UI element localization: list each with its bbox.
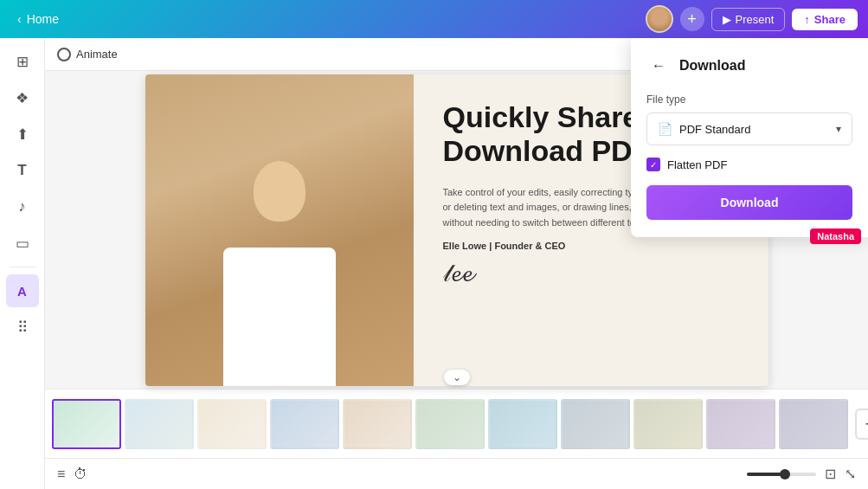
thumbnail-11[interactable] [779,399,848,449]
share-button[interactable]: ↑ Share [792,9,858,30]
sidebar-divider [10,267,35,267]
topbar-right: + ▶ Present ↑ Share [646,5,858,33]
avatar[interactable] [646,5,673,33]
thumbnail-strip: + [45,389,868,458]
animate-label: Animate [76,48,118,61]
flatten-checkbox[interactable]: ✓ [646,158,660,171]
flatten-label: Flatten PDF [667,158,727,171]
zoom-thumb [780,469,790,479]
chevron-down-icon: ⌄ [453,371,461,383]
thumbnail-6[interactable] [415,399,485,449]
thumbnail-8[interactable] [561,399,630,449]
panel-back-button[interactable]: ← [646,54,671,78]
share-icon: ↑ [804,13,810,26]
file-type-dropdown[interactable]: 📄 PDF Standard ▾ [646,113,852,145]
animate-circle-icon [57,48,71,61]
present-button[interactable]: ▶ Present [711,8,786,31]
file-type-left: 📄 PDF Standard [658,122,750,136]
chevron-down-icon: ▾ [836,123,841,135]
zoom-slider[interactable] [747,473,816,476]
file-type-label: File type [646,93,852,106]
bottom-bar: ≡ ⏱ ⊡ ⤡ [45,458,868,489]
thumbnail-9[interactable] [633,399,703,449]
person-silhouette [193,144,366,386]
sidebar-item-text[interactable]: T [6,154,39,187]
thumbnail-3[interactable] [197,399,267,449]
panel-header: ← Download [646,54,852,78]
present-label: Present [736,13,775,26]
home-button[interactable]: ‹ Home [10,9,66,29]
sidebar-item-apps[interactable]: ⠿ [6,311,39,344]
avatar-image [647,7,672,31]
thumbnail-2[interactable] [125,399,194,449]
topbar-left: ‹ Home [10,9,66,29]
download-button[interactable]: Download Natasha [646,185,852,220]
sidebar-item-upload[interactable]: ⬆ [6,118,39,151]
sidebar-item-layout[interactable]: ⊞ [6,45,39,78]
slide-author: Elle Lowe | Founder & CEO [443,241,748,251]
thumbnail-10[interactable] [706,399,775,449]
sidebar-item-elements[interactable]: ❖ [6,81,39,114]
timer-icon[interactable]: ⏱ [74,466,87,482]
home-label: Home [27,12,59,26]
slide-image [145,74,414,386]
thumbnail-4[interactable] [270,399,339,449]
add-collaborator-button[interactable]: + [680,7,704,31]
fullscreen-icon[interactable]: ⤡ [845,466,856,482]
bottom-right: ⊡ ⤡ [747,466,856,482]
thumbnail-5[interactable] [343,399,412,449]
collapse-handle[interactable]: ⌄ [444,370,470,385]
bottom-left: ≡ ⏱ [57,466,87,482]
add-slide-button[interactable]: + [855,409,868,440]
share-label: Share [814,13,845,26]
flatten-row: ✓ Flatten PDF [646,158,852,171]
download-btn-label: Download [721,196,779,209]
download-panel: ← Download File type 📄 PDF Standard ▾ ✓ … [631,38,868,237]
person-head [254,161,305,222]
sidebar: ⊞ ❖ ⬆ T ♪ ▭ A ⠿ [0,38,45,489]
person-body [223,248,336,386]
cursor-user-label: Natasha [810,228,861,244]
panel-title: Download [679,58,745,74]
sidebar-item-video[interactable]: ▭ [6,227,39,260]
topbar: ‹ Home + ▶ Present ↑ Share [0,0,868,38]
sidebar-item-music[interactable]: ♪ [6,190,39,223]
file-type-name: PDF Standard [679,123,750,136]
pdf-icon: 📄 [658,122,672,136]
present-icon: ▶ [723,13,731,26]
thumbnail-1[interactable] [52,399,121,449]
slide-signature: 𝓁𝓮𝓮 [443,260,748,288]
back-arrow-icon: ← [652,58,665,74]
thumbnail-7[interactable] [488,399,557,449]
notes-icon[interactable]: ≡ [57,466,65,482]
sidebar-item-brand[interactable]: A [6,274,39,307]
home-arrow-icon: ‹ [17,12,22,26]
fit-page-icon[interactable]: ⊡ [825,466,836,482]
